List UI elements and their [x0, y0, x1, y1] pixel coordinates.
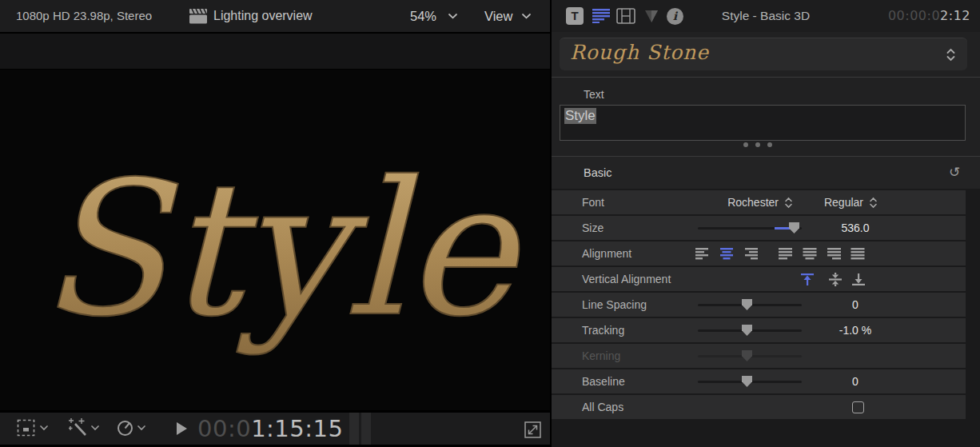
baseline-slider-thumb[interactable]	[742, 376, 752, 387]
svg-text:Style: Style	[39, 142, 523, 357]
font-row: Font Rochester Regular	[552, 190, 966, 214]
baseline-value[interactable]: 0	[815, 369, 895, 393]
timecode-dim-part: 00:00:0	[888, 8, 940, 23]
chevron-down-icon[interactable]	[522, 14, 531, 19]
zoom-level-dropdown[interactable]: 54%	[410, 0, 436, 32]
valign-top-icon[interactable]	[799, 273, 815, 286]
chevron-down-icon[interactable]	[40, 425, 48, 431]
line-spacing-value[interactable]: 0	[815, 293, 895, 317]
size-row: Size 536.0	[552, 216, 966, 240]
all-caps-label: All Caps	[582, 395, 623, 419]
kerning-label: Kerning	[582, 344, 620, 368]
dot	[743, 142, 748, 147]
align-right-icon[interactable]	[743, 248, 758, 260]
basic-section-title: Basic	[584, 157, 612, 189]
clip-duration-timecode: 00:00:02:12	[888, 0, 970, 32]
updown-chevron-icon	[784, 197, 793, 209]
viewer-toolbar: 00:01:15:15	[0, 413, 550, 445]
format-info: 1080p HD 23.98p, Stereo	[16, 0, 152, 32]
font-face-dropdown[interactable]: Regular	[812, 190, 878, 214]
kerning-row: Kerning	[552, 344, 966, 368]
tracking-unit: %	[862, 324, 871, 337]
viewer-panel: 1080p HD 23.98p, Stereo Lighting overvie…	[0, 0, 550, 447]
audio-meters[interactable]	[349, 413, 371, 445]
vertical-alignment-label: Vertical Alignment	[582, 267, 671, 291]
size-label: Size	[582, 216, 604, 240]
clapperboard-icon	[189, 9, 207, 24]
timecode-dim-part: 00:0	[197, 415, 251, 442]
view-menu-button[interactable]: View	[484, 0, 512, 32]
valign-middle-icon[interactable]	[827, 273, 843, 286]
transform-overlay-icon[interactable]	[17, 419, 37, 438]
chevron-down-icon[interactable]	[448, 14, 457, 19]
line-spacing-label: Line Spacing	[582, 293, 647, 317]
size-value[interactable]: 536.0	[815, 216, 895, 240]
vertical-alignment-row: Vertical Alignment	[552, 267, 966, 291]
tracking-row: Tracking -1.0 %	[552, 318, 966, 342]
text-section-label: Text	[584, 88, 604, 101]
video-canvas[interactable]: Style	[0, 70, 550, 410]
preset-dropdown[interactable]: Rough Stone	[560, 38, 967, 70]
timecode-bright-part: 1:15:15	[251, 415, 343, 442]
font-face-value: Regular	[824, 196, 863, 209]
kerning-slider-thumb	[742, 350, 752, 361]
basic-section-header[interactable]: Basic ↺	[552, 157, 980, 189]
play-button[interactable]	[177, 422, 187, 435]
dot	[755, 142, 760, 147]
text-input[interactable]: Style	[560, 105, 966, 141]
baseline-row: Baseline 0	[552, 369, 966, 393]
justify-last-left-icon[interactable]	[779, 248, 793, 260]
canvas-title-text: Style	[0, 70, 550, 410]
timecode-bright-part: 2:12	[940, 8, 970, 23]
text-input-value: Style	[564, 108, 596, 124]
justify-all-icon[interactable]	[851, 248, 865, 260]
size-slider-thumb[interactable]	[789, 222, 799, 233]
font-family-dropdown[interactable]: Rochester	[695, 190, 793, 214]
line-spacing-row: Line Spacing 0	[552, 293, 966, 317]
tracking-slider-thumb[interactable]	[742, 325, 752, 336]
baseline-label: Baseline	[582, 369, 625, 393]
tracking-label: Tracking	[582, 318, 624, 342]
inspector-header: T i Style - Basic 3D 00:00:02:12	[552, 0, 980, 32]
retime-gauge-icon[interactable]	[117, 419, 134, 437]
justify-last-right-icon[interactable]	[827, 248, 841, 260]
reset-button[interactable]: ↺	[945, 157, 964, 189]
viewer-header: 1080p HD 23.98p, Stereo Lighting overvie…	[0, 0, 550, 33]
chevron-down-icon[interactable]	[137, 425, 145, 431]
dot	[767, 142, 772, 147]
audio-meter-left	[349, 413, 359, 445]
alignment-row: Alignment	[552, 241, 966, 265]
updown-chevron-icon	[869, 197, 878, 209]
all-caps-row: All Caps	[552, 395, 966, 419]
project-name: Lighting overview	[213, 0, 313, 32]
inspector-panel: T i Style - Basic 3D 00:00:02:12 Rough S…	[552, 0, 980, 447]
align-center-icon[interactable]	[719, 248, 734, 260]
updown-chevron-icon	[946, 48, 956, 62]
effects-wand-icon[interactable]	[69, 418, 89, 438]
panel-resize-handle[interactable]	[743, 142, 772, 147]
playhead-timecode[interactable]: 00:01:15:15	[197, 415, 343, 442]
audio-meter-right	[361, 413, 371, 445]
fullscreen-expand-icon[interactable]	[524, 421, 541, 438]
font-family-value: Rochester	[727, 196, 779, 209]
line-spacing-slider-thumb[interactable]	[742, 299, 752, 310]
preset-name: Rough Stone	[570, 41, 709, 64]
align-left-icon[interactable]	[695, 248, 710, 260]
alignment-label: Alignment	[582, 241, 631, 265]
section-divider	[552, 77, 980, 78]
justify-last-center-icon[interactable]	[803, 248, 817, 260]
tracking-value[interactable]: -1.0 %	[815, 318, 895, 342]
valign-bottom-icon[interactable]	[851, 273, 866, 286]
viewer-margin-strip	[0, 34, 550, 69]
chevron-down-icon[interactable]	[91, 425, 99, 431]
tracking-number: -1.0	[839, 324, 858, 337]
all-caps-checkbox[interactable]	[852, 401, 864, 413]
font-label: Font	[582, 190, 604, 214]
